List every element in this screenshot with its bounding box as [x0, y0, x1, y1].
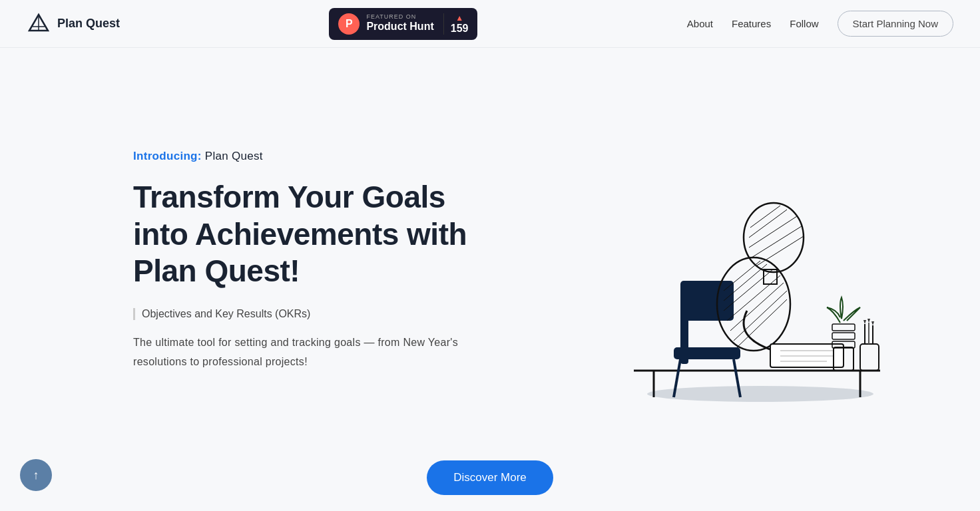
ph-arrow: ▲ — [455, 13, 463, 23]
svg-line-17 — [734, 291, 787, 341]
svg-rect-34 — [832, 333, 855, 339]
product-hunt-badge-container[interactable]: P FEATURED ON Product Hunt ▲ 159 — [329, 8, 477, 40]
nav-features[interactable]: Features — [732, 18, 771, 29]
start-planning-button[interactable]: Start Planning Now — [838, 11, 953, 37]
hero-content: Introducing: Plan Quest Transform Your G… — [133, 150, 479, 371]
introducing-text: Introducing: Plan Quest — [133, 150, 479, 163]
hero-title: Transform Your Goals into Achievements w… — [133, 179, 479, 289]
scroll-to-top-button[interactable]: ↑ — [20, 459, 52, 491]
discover-more-button[interactable]: Discover More — [427, 460, 553, 495]
svg-rect-8 — [674, 347, 740, 359]
nav-right: About Features Follow Start Planning Now — [687, 11, 953, 37]
nav-follow[interactable]: Follow — [790, 18, 818, 29]
svg-marker-41 — [867, 319, 870, 323]
svg-marker-42 — [871, 321, 874, 325]
introducing-label: Introducing: — [133, 150, 202, 162]
svg-rect-33 — [832, 324, 855, 331]
scroll-up-icon: ↑ — [33, 468, 39, 482]
ph-name: Product Hunt — [366, 20, 433, 34]
logo-icon — [27, 12, 51, 36]
discover-section: Discover More — [0, 447, 980, 511]
app-name: Plan Quest — [57, 17, 120, 31]
ph-logo: P — [338, 13, 360, 35]
ph-count: ▲ 159 — [443, 13, 469, 35]
svg-point-43 — [647, 386, 873, 402]
svg-rect-7 — [680, 281, 734, 321]
navbar: Plan Quest P FEATURED ON Product Hunt ▲ … — [0, 0, 980, 48]
svg-line-20 — [750, 206, 780, 228]
svg-marker-40 — [863, 320, 866, 324]
hero-description: The ultimate tool for setting and tracki… — [133, 333, 479, 372]
svg-rect-36 — [860, 344, 879, 371]
introducing-app: Plan Quest — [205, 150, 263, 162]
product-hunt-link[interactable]: P FEATURED ON Product Hunt ▲ 159 — [329, 8, 477, 40]
hero-section: Introducing: Plan Quest Transform Your G… — [0, 48, 980, 447]
svg-line-16 — [730, 283, 784, 331]
ph-featured-on: FEATURED ON — [366, 14, 433, 20]
svg-line-21 — [749, 210, 787, 238]
ph-info: FEATURED ON Product Hunt — [366, 14, 433, 34]
hero-illustration — [594, 111, 900, 411]
svg-point-19 — [744, 203, 804, 272]
nav-about[interactable]: About — [687, 18, 713, 29]
ph-number: 159 — [451, 23, 469, 35]
hero-subtitle-tag: Objectives and Key Results (OKRs) — [133, 308, 310, 320]
nav-left: Plan Quest — [27, 12, 120, 36]
illustration-svg — [594, 111, 900, 411]
